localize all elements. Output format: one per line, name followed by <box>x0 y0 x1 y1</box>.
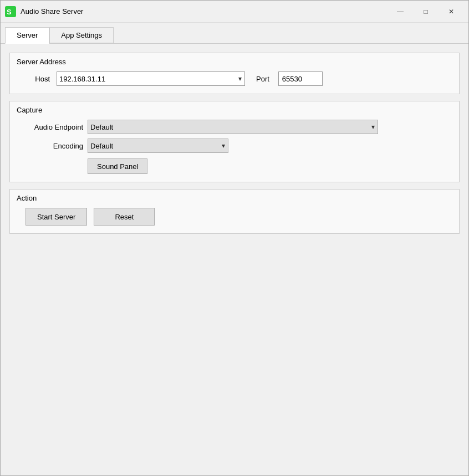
server-address-label: Server Address <box>17 58 452 66</box>
minimize-button[interactable]: — <box>388 3 413 20</box>
sound-panel-row: Sound Panel <box>17 158 452 174</box>
start-server-button[interactable]: Start Server <box>26 208 87 226</box>
close-button[interactable]: ✕ <box>439 3 464 20</box>
tab-server[interactable]: Server <box>5 27 49 44</box>
svg-text:S: S <box>7 8 12 16</box>
main-window: S Audio Share Server — □ ✕ Server App Se… <box>0 0 469 476</box>
host-select[interactable]: 192.168.31.11 <box>57 71 245 86</box>
host-label: Host <box>17 75 50 83</box>
port-label: Port <box>256 75 269 83</box>
encoding-wrapper: Default <box>88 139 228 153</box>
maximize-button[interactable]: □ <box>413 3 439 20</box>
action-section: Action Start Server Reset <box>9 189 460 234</box>
sound-panel-button[interactable]: Sound Panel <box>88 158 147 174</box>
audio-endpoint-row: Audio Endpoint Default <box>17 120 452 134</box>
encoding-label: Encoding <box>17 142 83 150</box>
tab-bar: Server App Settings <box>1 23 468 44</box>
capture-label: Capture <box>17 106 452 114</box>
tab-app-settings[interactable]: App Settings <box>49 27 114 43</box>
port-input[interactable] <box>278 71 323 86</box>
audio-endpoint-wrapper: Default <box>88 120 378 134</box>
server-address-section: Server Address Host 192.168.31.11 Port <box>9 53 460 94</box>
reset-button[interactable]: Reset <box>94 208 155 226</box>
window-title: Audio Share Server <box>21 7 388 16</box>
content-area: Server Address Host 192.168.31.11 Port C… <box>1 44 468 475</box>
action-buttons: Start Server Reset <box>26 208 452 226</box>
capture-section: Capture Audio Endpoint Default Encoding … <box>9 101 460 182</box>
window-controls: — □ ✕ <box>388 3 464 20</box>
title-bar: S Audio Share Server — □ ✕ <box>1 1 468 23</box>
action-label: Action <box>17 194 452 202</box>
host-row: Host 192.168.31.11 Port <box>17 71 452 86</box>
audio-endpoint-select[interactable]: Default <box>88 120 378 134</box>
audio-endpoint-label: Audio Endpoint <box>17 123 83 131</box>
host-select-wrapper: 192.168.31.11 <box>57 71 245 86</box>
app-icon: S <box>5 6 16 17</box>
encoding-select[interactable]: Default <box>88 139 228 153</box>
encoding-row: Encoding Default <box>17 139 452 153</box>
